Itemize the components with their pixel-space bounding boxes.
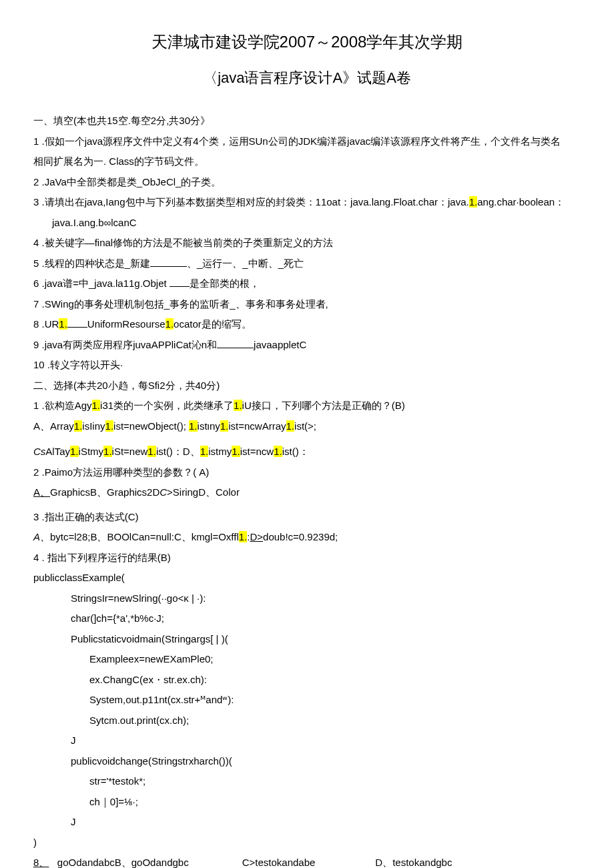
q8-hl1: 1. [59,318,67,330]
t: iSt=new [112,446,148,457]
q8a: 8 .UR [33,318,59,330]
q8: 8 .UR1.UniformResourse1.ocator是的缩写。 [33,315,581,334]
b1-opt-c: CsAlTay1.iStmy1.iSt=new1.ist()：D、1.istmy… [33,442,581,462]
b1b: i31类的一个实例，此类继承了 [100,400,234,411]
q3-line1: 3 .请填出在java,Iang包中与下列基本数据类型相对应的封袋类：11oat… [33,193,581,212]
code-line: Exampleex=newEXamPle0; [33,650,581,669]
q5: 5 .线程的四种状态是_新建、_运行一、_中断、_死亡 [33,254,581,274]
code-line: Publicstaticvoidmain(Stringargs[ | )( [33,630,581,649]
b3-options: A、bytc=l28;B、BOOlCan=null:C、kmgl=Oxffl1.… [33,528,581,547]
t: ist(>; [294,420,316,432]
section-b-heading: 二、选择(本共20小趋，每Sfi2分，共40分) [33,376,581,396]
hl: 1. [189,420,198,432]
hl: 1. [286,420,295,432]
t: >SiringD、Color [167,486,240,498]
hl: 1. [220,420,229,432]
page-title-line2: 〈java语言程序设计A》试题A卷 [33,64,581,92]
blank [67,317,87,328]
q9b: javaappletC [254,339,306,350]
q6a: 6 .java谱=中_java.la11g.Objet [33,278,170,289]
blank [217,338,254,348]
b4: 4 . 指出下列程序运行的结果(B) [33,548,581,568]
code-line: char(]ch={*a',*b%c·J; [33,609,581,628]
t: ist=ncwArray [228,420,286,432]
q7: 7 .SWing的事务处理机制包括_事务的监听者_、事务和事务处理者, [33,295,581,314]
b8-2: C>testokandabe [242,853,316,868]
hl: 1. [103,446,112,457]
code-line: publicclassExample( [33,568,581,588]
section-a-heading: 一、填空(本也共15空.每空2分,共30分》 [33,111,581,131]
hl: 1. [232,446,240,457]
q8c: ocator是的缩写。 [174,318,252,330]
b8-options: 8、 goOdandabcB、goOdandgbc C>testokandabe… [33,853,581,868]
t: ist=newObject(); [113,420,189,432]
t: doub!c=0.9239d; [263,531,338,542]
b1-hl1: 1. [92,400,101,411]
b3: 3 .指出正确的表达式(C) [33,508,581,527]
t: ist()：D、 [156,446,200,457]
b1: 1 .欲构造Agy1.i31类的一个实例，此类继承了1.iU接口，下列哪个方法是… [33,396,581,416]
code-line: ch｜0]=⅛·; [33,793,581,812]
t: A [33,531,40,542]
t: A、Array [33,420,74,432]
q1-line2: 相同扩展名为一. Class的字节码文件。 [33,152,581,171]
q4: 4 .被关键字—final修饰的方法是不能被当前类的子类重新定义的方法 [33,234,581,253]
q5-text2: 、_运行一、_中断、_死亡 [187,258,304,269]
b2-a: A、 [33,486,50,498]
q3a-text2: ang.char·boolean： [477,196,565,207]
q9: 9 .java有两类应用程序juvaAPPliCat沁n和javaappletC [33,336,581,355]
hl: 1. [274,446,282,457]
b8-3: D、testokandgbc [375,853,452,868]
t: D> [250,531,263,542]
b2-options: A、GraphicsB、Graphics2DC>SiringD、Color [33,483,581,502]
q5-text: 5 .线程的四种状态是_新建 [33,258,150,269]
q3-highlight: 1. [469,196,478,207]
t: AlTay [45,446,70,457]
q3a-text: 3 .请填出在java,Iang包中与下列基本数据类型相对应的封袋类：11oat… [33,196,469,207]
code-line: ) [33,833,581,853]
t: istmy [208,446,232,457]
t: GraphicsB、Graphics2D [50,486,160,498]
page-title-line1: 天津城市建设学院2007～2008学年其次学期 [33,27,581,57]
code-line: str='*testok*; [33,772,581,791]
blank [150,256,187,267]
q8-hl2: 1. [166,318,174,330]
t: iStmy [79,446,104,457]
hl: 1. [70,446,79,457]
b2: 2 .Paimo方法运用哪种类型的参数？( A) [33,463,581,482]
t: ist=ncw [240,446,274,457]
t: Cs [33,446,45,457]
code-line: System,out.p11nt(cx.str+ᴹandʷ): [33,691,581,710]
q10: 10 .转义字符以开头· [33,356,581,375]
q6b: 是全部类的根， [190,278,260,289]
blank [170,276,190,287]
t: isIiny [82,420,105,432]
b1a: 1 .欲构造Agy [33,400,92,411]
code-line: J [33,731,581,751]
hl: 1. [74,420,83,432]
hl: 1. [200,446,209,457]
b1-opt-a: A、Array1.isIiny1.ist=newObject(); 1.istι… [33,417,581,436]
t: istιny [198,420,220,432]
hl: 1. [239,531,248,542]
t: C [160,486,167,498]
hl: 1. [105,420,114,432]
t: 、bytc=l28;B、BOOlCan=null:C、kmgl=Oxffl [40,531,239,542]
b1-hl2: 1. [234,400,242,411]
b8a: 8、 [33,857,49,868]
q1-line1: 1 .假如一个java源程序文件中定义有4个类，运用SUn公司的JDK编洋器ja… [33,132,581,151]
q9a: 9 .java有两类应用程序juvaAPPliCat沁n和 [33,339,217,350]
code-line: J [33,813,581,832]
code-line: ex.ChangC(ex・str.ex.ch): [33,671,581,690]
code-line: StringsIr=newSlring(··go<κ | ·): [33,589,581,608]
q3-line2: java.I.ang.b∞lcanC [33,213,581,233]
code-line: publicvoidchange(Stringstrxharch())( [33,752,581,771]
t: ist()： [282,446,309,457]
b1c: iU接口，下列哪个方法是正确的？(B) [242,400,405,411]
hl: 1. [147,446,156,457]
q2: 2 .JaVa中全部类都是类_ObJeCl_的子类。 [33,173,581,192]
q6: 6 .java谱=中_java.la11g.Objet 是全部类的根， [33,274,581,294]
b8-1: goOdandabcB、goOdandgbc [57,857,189,868]
q8b: UniformResourse [87,318,166,330]
code-line: Sytcm.out.print(cx.ch); [33,711,581,731]
